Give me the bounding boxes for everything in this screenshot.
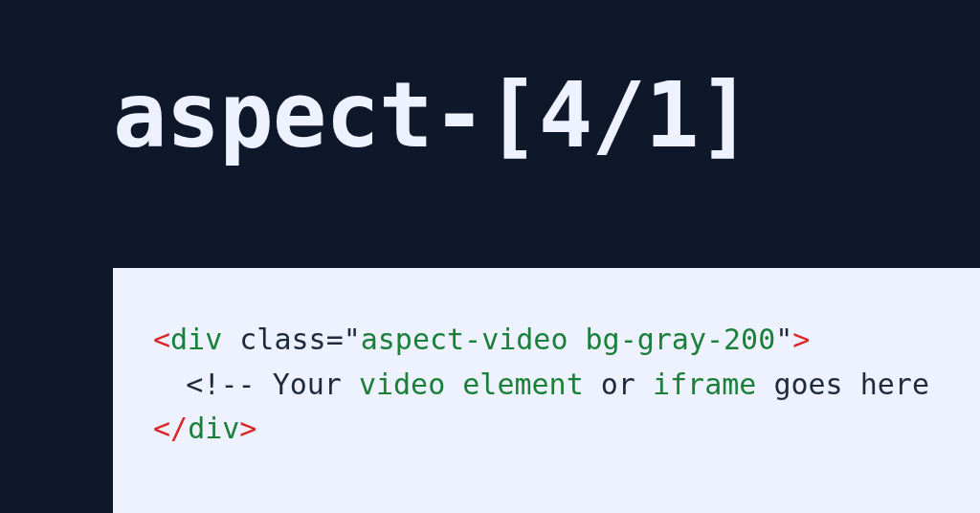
comment-open: <!--: [186, 368, 272, 401]
quote-close: ": [775, 323, 792, 356]
code-line-1: <div class="aspect-video bg-gray-200">: [153, 318, 980, 363]
close-angle-open: </: [153, 412, 188, 445]
close-angle-close: >: [239, 412, 256, 445]
comment-word-your: Your: [273, 368, 359, 401]
tag-div: div: [170, 323, 222, 356]
comment-kw-element: element: [462, 368, 583, 401]
attr-class: class: [239, 323, 325, 356]
angle-open: <: [153, 323, 170, 356]
comment-trail: goes here: [756, 368, 929, 401]
code-line-2: <!-- Your video element or iframe goes h…: [153, 363, 980, 408]
attr-value: aspect-video bg-gray-200: [361, 323, 775, 356]
space: [222, 323, 239, 356]
space: [445, 368, 462, 401]
heading-aspect-arbitrary: aspect-[4/1]: [0, 0, 980, 164]
quote-open: ": [344, 323, 361, 356]
code-line-3: </div>: [153, 407, 980, 452]
angle-close: >: [792, 323, 810, 356]
comment-kw-iframe: iframe: [653, 368, 756, 401]
tag-div-close: div: [188, 412, 239, 445]
comment-kw-video: video: [359, 368, 445, 401]
comment-word-or: or: [584, 368, 653, 401]
equals: =: [326, 323, 344, 356]
code-panel: <div class="aspect-video bg-gray-200"> <…: [113, 268, 980, 513]
